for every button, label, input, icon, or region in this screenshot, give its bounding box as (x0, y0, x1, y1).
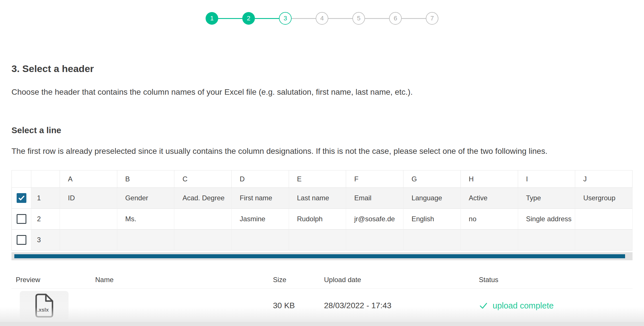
sheet-cell-H3 (460, 230, 518, 251)
sheet-cell-A2 (60, 209, 117, 230)
document-icon: .xslx (35, 293, 54, 318)
sheet-cell-C2 (174, 209, 232, 230)
check-icon (479, 301, 488, 310)
file-upload-date: 28/03/2022 - 17:43 (320, 301, 475, 310)
page-description: Choose the header that contains the colu… (11, 88, 633, 97)
sheet-row-3: 3 (12, 230, 633, 251)
stepper-step-6[interactable]: 6 (389, 12, 402, 25)
sheet-cell-J1: Usergroup (575, 188, 633, 209)
sheet-cell-J3 (575, 230, 633, 251)
sheet-cell-B3 (117, 230, 174, 251)
sheet-cell-B2: Ms. (117, 209, 174, 230)
stepper-step-1[interactable]: 1 (206, 12, 218, 25)
sheet-header-empty-cell (31, 170, 60, 188)
sheet-column-header-A: A (60, 170, 117, 188)
row-1-checkbox[interactable] (17, 193, 26, 203)
sheet-cell-G3 (403, 230, 461, 251)
stepper-step-7[interactable]: 7 (426, 12, 438, 25)
file-list-header: PreviewNameSizeUpload dateStatus (11, 276, 633, 289)
sheet-cell-E2: Rudolph (289, 209, 346, 230)
sheet-cell-C1: Acad. Degree (174, 188, 232, 209)
stepper-connector (365, 18, 389, 19)
stepper-step-4[interactable]: 4 (316, 12, 328, 25)
file-col-header-upload-date: Upload date (320, 276, 475, 284)
sheet-cell-D1: First name (232, 188, 289, 209)
sheet-cell-F1: Email (346, 188, 403, 209)
row-number: 2 (31, 209, 60, 230)
select-line-description: The first row is already preselected sin… (11, 147, 633, 156)
wizard-stepper: 1234567 (0, 0, 644, 25)
select-line-title: Select a line (11, 125, 633, 135)
row-2-checkbox[interactable] (17, 214, 26, 224)
file-status: upload complete (475, 301, 633, 311)
file-size: 30 KB (269, 301, 320, 310)
horizontal-scrollbar-track[interactable] (11, 252, 633, 260)
sheet-cell-G1: Language (403, 188, 461, 209)
sheet-cell-F3 (346, 230, 403, 251)
file-col-header-size: Size (269, 276, 320, 284)
horizontal-scrollbar-thumb[interactable] (14, 254, 625, 258)
row-3-checkbox[interactable] (17, 235, 26, 245)
bottom-divider-bar (0, 322, 644, 326)
sheet-cell-D2: Jasmine (232, 209, 289, 230)
sheet-column-header-I: I (518, 170, 575, 188)
row-checkbox-cell (12, 188, 31, 209)
file-status-label: upload complete (493, 301, 554, 311)
sheet-cell-D3 (232, 230, 289, 251)
sheet-cell-E1: Last name (289, 188, 346, 209)
row-number: 1 (31, 188, 60, 209)
sheet-cell-A1: ID (60, 188, 117, 209)
sheet-column-header-C: C (174, 170, 232, 188)
sheet-cell-H1: Active (460, 188, 518, 209)
stepper-step-2[interactable]: 2 (242, 12, 255, 25)
sheet-cell-E3 (289, 230, 346, 251)
sheet-column-header-H: H (460, 170, 518, 188)
main-content: 3. Select a header Choose the header tha… (11, 63, 633, 320)
stepper-connector (328, 18, 352, 19)
sheet-cell-I2: Single address (518, 209, 575, 230)
file-col-header-name: Name (91, 276, 269, 284)
sheet-cell-F2: jr@sosafe.de (346, 209, 403, 230)
sheet-cell-A3 (60, 230, 117, 251)
sheet-row-2: 2Ms.JasmineRudolphjr@sosafe.deEnglishnoS… (12, 209, 633, 230)
sheet-body: 1IDGenderAcad. DegreeFirst nameLast name… (12, 188, 633, 251)
sheet-cell-G2: English (403, 209, 461, 230)
excel-preview-table: ABCDEFGHIJ 1IDGenderAcad. DegreeFirst na… (11, 170, 633, 251)
sheet-cell-H2: no (460, 209, 518, 230)
sheet-column-header-D: D (232, 170, 289, 188)
sheet-column-header-G: G (403, 170, 461, 188)
sheet-cell-I1: Type (518, 188, 575, 209)
stepper-connector (218, 18, 242, 19)
file-col-header-status: Status (475, 276, 633, 284)
file-row: .xslx 30 KB 28/03/2022 - 17:43 upload co… (11, 291, 633, 320)
sheet-header-row: ABCDEFGHIJ (12, 170, 633, 188)
stepper-step-3[interactable]: 3 (279, 12, 292, 25)
page-title: 3. Select a header (11, 63, 633, 74)
sheet-row-1: 1IDGenderAcad. DegreeFirst nameLast name… (12, 188, 633, 209)
sheet-column-header-B: B (117, 170, 174, 188)
sheet-cell-J2 (575, 209, 633, 230)
row-number: 3 (31, 230, 60, 251)
sheet-column-header-J: J (575, 170, 633, 188)
row-checkbox-cell (12, 230, 31, 251)
file-preview-tile: .xslx (20, 291, 69, 320)
sheet-cell-I3 (518, 230, 575, 251)
stepper-connector (402, 18, 426, 19)
row-checkbox-cell (12, 209, 31, 230)
file-col-header-preview: Preview (11, 276, 91, 284)
stepper-step-5[interactable]: 5 (352, 12, 365, 25)
stepper-connector (255, 18, 279, 19)
sheet-cell-C3 (174, 230, 232, 251)
file-type-label: .xslx (37, 307, 49, 313)
sheet-header-empty-cell (12, 170, 31, 188)
sheet-column-header-E: E (289, 170, 346, 188)
checkmark-icon (18, 195, 25, 201)
sheet-cell-B1: Gender (117, 188, 174, 209)
stepper-connector (292, 18, 316, 19)
sheet-column-header-F: F (346, 170, 403, 188)
